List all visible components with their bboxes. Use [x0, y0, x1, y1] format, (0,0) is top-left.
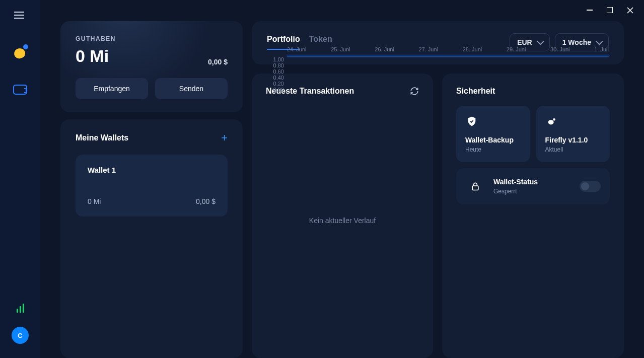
send-button[interactable]: Senden [155, 78, 228, 99]
timeframe-value: 1 Woche [562, 38, 591, 46]
sidebar: C [0, 0, 40, 358]
wallets-card: Meine Wallets + Wallet 1 0 Mi 0,00 $ [60, 119, 243, 358]
maximize-icon[interactable] [605, 5, 615, 15]
security-version-tile[interactable]: Firefly v1.1.0 Aktuell [536, 106, 610, 162]
y-tick: 1,00 [267, 56, 284, 62]
chart-card: Portfolio Token EUR 1 Woche 1,000,800,60… [252, 21, 624, 64]
wallet-fiat: 0,00 $ [196, 197, 216, 205]
close-icon[interactable] [625, 5, 635, 15]
chevron-down-icon [596, 38, 603, 45]
status-title: Wallet-Status [493, 178, 538, 186]
menu-icon[interactable] [14, 9, 26, 21]
x-tick: 29. Juni [507, 46, 526, 56]
y-tick: 0,20 [267, 81, 284, 87]
app-logo-icon [12, 43, 28, 59]
security-card: Sicherheit Wallet-Backup Heute [442, 74, 624, 358]
svg-point-1 [553, 118, 555, 121]
balance-fiat: 0,00 $ [208, 58, 228, 66]
svg-rect-2 [472, 186, 478, 190]
transactions-card: Neueste Transaktionen Kein aktueller Ver… [252, 74, 433, 358]
profile-avatar[interactable]: C [12, 327, 29, 344]
lock-icon [465, 176, 485, 196]
wallet-status-toggle[interactable] [580, 181, 601, 192]
backup-subtitle: Heute [465, 146, 521, 153]
main-area: GUTHABEN 0 Mi 0,00 $ Empfangen Senden Me… [40, 0, 644, 358]
refresh-icon[interactable] [410, 87, 419, 96]
balance-card: GUTHABEN 0 Mi 0,00 $ Empfangen Senden [60, 21, 243, 112]
y-tick: 0,60 [267, 68, 284, 75]
x-tick: 27. Juni [419, 46, 439, 56]
transactions-empty: Kein aktueller Verlauf [266, 96, 419, 345]
wallet-nav-icon[interactable] [13, 85, 27, 95]
wallet-name: Wallet 1 [88, 166, 216, 174]
shield-check-icon [465, 115, 478, 128]
firefly-icon [545, 115, 558, 128]
version-subtitle: Aktuell [545, 146, 601, 153]
security-backup-tile[interactable]: Wallet-Backup Heute [456, 106, 530, 162]
currency-value: EUR [517, 38, 532, 46]
x-tick: 30. Juni [550, 46, 570, 56]
window-controls [585, 5, 635, 15]
y-tick: 0,40 [267, 75, 284, 81]
balance-label: GUTHABEN [76, 35, 228, 42]
y-tick: 0,00 [267, 87, 284, 93]
x-tick: 1. Juli [594, 46, 609, 56]
wallet-item[interactable]: Wallet 1 0 Mi 0,00 $ [76, 155, 228, 217]
receive-button[interactable]: Empfangen [76, 78, 148, 99]
activity-icon[interactable] [17, 304, 24, 313]
security-status-tile: Wallet-Status Gesperrt [456, 168, 610, 204]
minimize-icon[interactable] [585, 5, 595, 15]
version-title: Firefly v1.1.0 [545, 136, 601, 144]
backup-title: Wallet-Backup [465, 136, 521, 144]
x-tick: 25. Juni [331, 46, 350, 56]
wallet-amount: 0 Mi [88, 197, 101, 205]
security-title: Sicherheit [456, 87, 610, 96]
wallets-title: Meine Wallets [76, 133, 128, 142]
add-wallet-icon[interactable]: + [221, 132, 228, 144]
y-tick: 0,80 [267, 62, 284, 68]
status-subtitle: Gesperrt [493, 188, 538, 195]
balance-amount: 0 Mi [76, 46, 109, 66]
svg-point-0 [548, 120, 553, 124]
x-tick: 28. Juni [463, 46, 482, 56]
x-tick: 26. Juni [375, 46, 394, 56]
chevron-down-icon [537, 38, 544, 45]
x-tick: 24. Juni [287, 46, 307, 56]
